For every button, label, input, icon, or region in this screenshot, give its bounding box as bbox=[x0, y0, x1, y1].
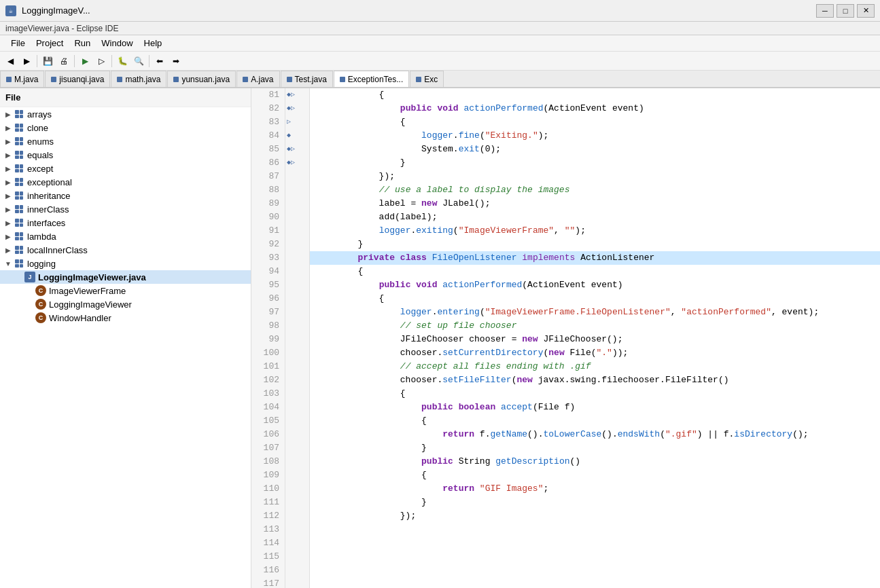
tab-a[interactable]: A.java bbox=[236, 71, 279, 87]
sidebar-item-localInnerClass[interactable]: ▶localInnerClass bbox=[0, 243, 251, 257]
menu-help[interactable]: Help bbox=[139, 37, 168, 50]
menu-window[interactable]: Window bbox=[96, 37, 138, 50]
toolbar-print[interactable]: 🖨 bbox=[56, 54, 71, 69]
sidebar-item-logging[interactable]: ▼logging bbox=[0, 257, 251, 270]
tree-item-label: inheritance bbox=[27, 191, 71, 201]
line-number: 86 bbox=[257, 156, 279, 170]
tree-item-label: equals bbox=[27, 150, 53, 160]
line-number: 105 bbox=[257, 414, 279, 428]
line-number: 117 bbox=[257, 577, 279, 588]
tree-item-label: interfaces bbox=[27, 218, 65, 228]
tab-icon bbox=[6, 77, 12, 82]
line-number: 102 bbox=[257, 373, 279, 387]
sidebar-item-innerClass[interactable]: ▶innerClass bbox=[0, 202, 251, 216]
tab-label: Test.java bbox=[295, 75, 327, 84]
sidebar-item-arrays[interactable]: ▶arrays bbox=[0, 107, 251, 121]
tree-item-icon bbox=[14, 109, 24, 120]
toolbar-run[interactable]: ▶ bbox=[77, 54, 92, 69]
sidebar-item-equals[interactable]: ▶equals bbox=[0, 148, 251, 162]
sidebar-item-WindowHandler[interactable]: CWindowHandler bbox=[0, 311, 251, 325]
tab-icon bbox=[173, 77, 179, 82]
line-number: 94 bbox=[257, 265, 279, 278]
gutter-line: ◆▷ bbox=[287, 156, 308, 170]
window-controls: ─ □ ✕ bbox=[816, 4, 875, 18]
minimize-button[interactable]: ─ bbox=[816, 4, 834, 18]
tab-label: A.java bbox=[251, 75, 273, 84]
tab-test[interactable]: Test.java bbox=[281, 71, 333, 87]
line-number: 95 bbox=[257, 278, 279, 292]
line-number: 103 bbox=[257, 387, 279, 401]
sidebar-item-clone[interactable]: ▶clone bbox=[0, 121, 251, 134]
tree-arrow-icon: ▶ bbox=[3, 206, 14, 213]
sidebar-item-lambda[interactable]: ▶lambda bbox=[0, 229, 251, 243]
toolbar-save[interactable]: 💾 bbox=[40, 54, 55, 69]
toolbar-nav1[interactable]: ⬅ bbox=[152, 54, 167, 69]
main-layout: File ▶arrays▶clone▶enums▶equals▶except▶e… bbox=[0, 88, 880, 588]
tree-item-icon bbox=[14, 204, 24, 215]
line-number: 89 bbox=[257, 197, 279, 210]
tab-yunsuan[interactable]: yunsuan.java bbox=[167, 71, 236, 87]
sidebar-item-ImageViewerFrame[interactable]: CImageViewerFrame bbox=[0, 284, 251, 297]
code-line: logger.fine("Exiting."); bbox=[315, 129, 875, 143]
tree-item-label: logging bbox=[27, 259, 56, 269]
code-content[interactable]: { public void actionPerformed(ActionEven… bbox=[310, 88, 880, 588]
line-number: 111 bbox=[257, 496, 279, 509]
sidebar-item-LoggingImageViewer[interactable]: CLoggingImageViewer bbox=[0, 297, 251, 311]
toolbar-run2[interactable]: ▷ bbox=[94, 54, 109, 69]
code-line: } bbox=[315, 496, 875, 509]
sidebar-item-except[interactable]: ▶except bbox=[0, 162, 251, 175]
toolbar-fwd[interactable]: ▶ bbox=[19, 54, 34, 69]
tree-container: ▶arrays▶clone▶enums▶equals▶except▶except… bbox=[0, 107, 251, 325]
toolbar-nav2[interactable]: ➡ bbox=[169, 54, 183, 69]
tree-item-label: ImageViewerFrame bbox=[49, 286, 126, 296]
menu-project[interactable]: Project bbox=[31, 37, 69, 50]
line-number: 108 bbox=[257, 455, 279, 468]
sidebar-item-enums[interactable]: ▶enums bbox=[0, 134, 251, 148]
app-title: LoggingImageV... bbox=[22, 5, 811, 16]
tab-exception-test[interactable]: ExceptionTes... bbox=[334, 71, 409, 87]
line-number: 96 bbox=[257, 292, 279, 306]
tree-item-label: localInnerClass bbox=[27, 245, 88, 255]
code-line: add(label); bbox=[315, 210, 875, 224]
toolbar-back[interactable]: ◀ bbox=[3, 54, 18, 69]
toolbar-debug[interactable]: 🐛 bbox=[115, 54, 130, 69]
app-icon: ☕ bbox=[5, 5, 16, 16]
tab-jisuanqi[interactable]: jisuanqi.java bbox=[45, 71, 110, 87]
tree-arrow-icon: ▼ bbox=[3, 260, 14, 268]
code-line: // accept all files ending with .gif bbox=[315, 360, 875, 373]
tab-math[interactable]: math.java bbox=[111, 71, 166, 87]
line-number: 82 bbox=[257, 102, 279, 115]
line-number: 104 bbox=[257, 401, 279, 414]
code-line: return "GIF Images"; bbox=[315, 482, 875, 496]
code-view[interactable]: 8182838485868788899091929394959697989910… bbox=[251, 88, 880, 588]
tree-item-icon bbox=[14, 217, 24, 228]
sidebar-item-exceptional[interactable]: ▶exceptional bbox=[0, 175, 251, 189]
tree-item-icon bbox=[14, 190, 24, 201]
sidebar-item-inheritance[interactable]: ▶inheritance bbox=[0, 189, 251, 202]
tree-item-icon bbox=[14, 231, 24, 242]
title-bar: ☕ LoggingImageV... ─ □ ✕ bbox=[0, 0, 880, 22]
tree-item-icon bbox=[14, 163, 24, 174]
tab-m-java[interactable]: M.java bbox=[0, 71, 44, 87]
line-number: 83 bbox=[257, 115, 279, 129]
tab-label: jisuanqi.java bbox=[59, 75, 104, 84]
tab-label: M.java bbox=[14, 75, 38, 84]
sidebar-item-LoggingImageViewer-java[interactable]: JLoggingImageViewer.java bbox=[0, 270, 251, 284]
menu-run[interactable]: Run bbox=[69, 37, 96, 50]
tree-item-label: clone bbox=[27, 123, 48, 133]
tree-arrow-icon: ▶ bbox=[3, 111, 14, 118]
line-numbers: 8182838485868788899091929394959697989910… bbox=[251, 88, 285, 588]
toolbar-search[interactable]: 🔍 bbox=[131, 54, 146, 69]
sidebar-item-interfaces[interactable]: ▶interfaces bbox=[0, 216, 251, 229]
tab-label: math.java bbox=[125, 75, 160, 84]
code-line: logger.entering("ImageViewerFrame.FileOp… bbox=[315, 306, 875, 319]
eclipse-title-bar: imageViewer.java - Eclipse IDE bbox=[0, 22, 880, 35]
menu-file[interactable]: File bbox=[5, 37, 31, 50]
tree-item-icon bbox=[14, 258, 24, 269]
close-button[interactable]: ✕ bbox=[857, 4, 875, 18]
tree-item-icon bbox=[14, 149, 24, 160]
maximize-button[interactable]: □ bbox=[837, 4, 854, 18]
code-line: chooser.setFileFilter(new javax.swing.fi… bbox=[315, 373, 875, 387]
tab-exc[interactable]: Exc bbox=[410, 71, 444, 87]
tree-item-label: arrays bbox=[27, 109, 52, 120]
